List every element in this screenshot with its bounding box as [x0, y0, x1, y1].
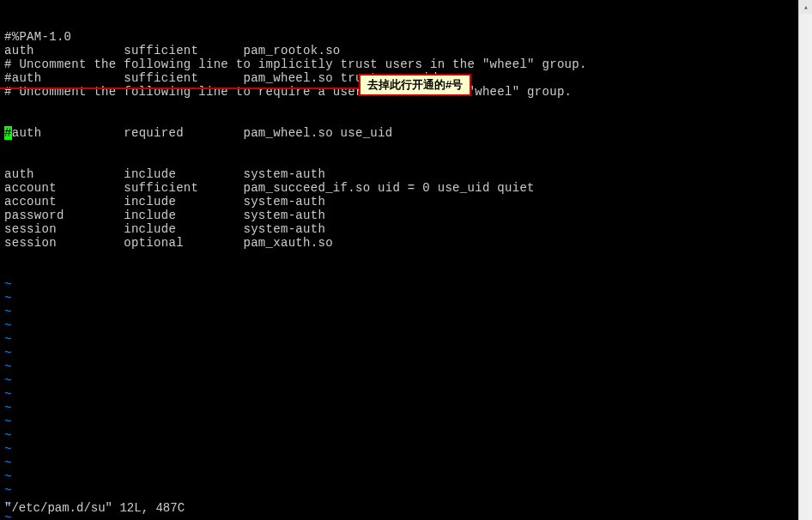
- empty-line-tilde: ~: [4, 291, 808, 305]
- empty-line-tilde: ~: [4, 373, 808, 387]
- annotation-underline: [0, 88, 359, 89]
- file-line: account sufficient pam_succeed_if.so uid…: [4, 181, 808, 195]
- file-line: session optional pam_xauth.so: [4, 236, 808, 250]
- empty-line-tilde: ~: [4, 469, 808, 483]
- file-line: #%PAM-1.0: [4, 30, 808, 44]
- scroll-up-button[interactable]: ▴: [799, 0, 812, 14]
- empty-line-tilde: ~: [4, 332, 808, 346]
- file-line: # Uncomment the following line to implic…: [4, 57, 808, 71]
- empty-line-tilde: ~: [4, 401, 808, 414]
- empty-line-tilde: ~: [4, 428, 808, 442]
- empty-line-tilde: ~: [4, 456, 808, 469]
- empty-line-tilde: ~: [4, 305, 808, 318]
- empty-line-tilde: ~: [4, 318, 808, 332]
- file-line: auth sufficient pam_rootok.so: [4, 44, 808, 57]
- cursor-char: #: [4, 126, 12, 140]
- empty-line-tilde: ~: [4, 442, 808, 456]
- cursor-line: #auth required pam_wheel.so use_uid: [4, 126, 808, 140]
- empty-line-tilde: ~: [4, 360, 808, 373]
- empty-line-tilde: ~: [4, 346, 808, 360]
- empty-line-tilde: ~: [4, 483, 808, 497]
- empty-line-tilde: ~: [4, 277, 808, 291]
- file-line: password include system-auth: [4, 209, 808, 222]
- scrollbar[interactable]: ▴: [798, 0, 812, 520]
- cursor-line-rest: auth required pam_wheel.so use_uid: [12, 126, 393, 140]
- annotation-callout: 去掉此行开通的#号: [359, 74, 471, 96]
- empty-line-tilde: ~: [4, 387, 808, 401]
- vim-status-line: "/etc/pam.d/su" 12L, 487C: [4, 501, 185, 515]
- file-line: session include system-auth: [4, 222, 808, 236]
- file-line: account include system-auth: [4, 195, 808, 209]
- file-line: auth include system-auth: [4, 167, 808, 181]
- empty-line-tilde: ~: [4, 414, 808, 428]
